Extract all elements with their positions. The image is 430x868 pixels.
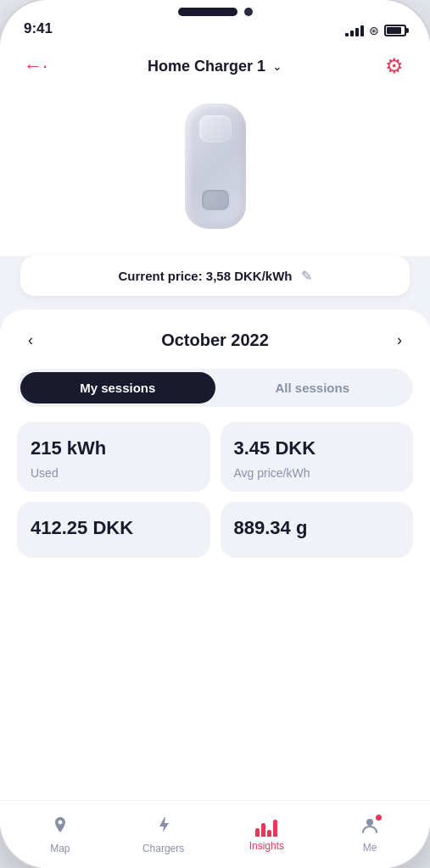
stat-card-total-cost: 412.25 DKK [17, 502, 210, 558]
price-text: Current price: 3,58 DKK/kWh [118, 269, 292, 283]
price-bar: Current price: 3,58 DKK/kWh ✎ [20, 256, 410, 296]
month-label: October 2022 [161, 331, 269, 350]
nav-label-me: Me [363, 842, 377, 854]
stat-label-avg-price: Avg price/kWh [234, 466, 400, 480]
nav-label-map: Map [50, 843, 70, 854]
back-arrow-icon: ←· [24, 55, 47, 77]
svg-point-0 [366, 819, 373, 826]
nav-item-chargers[interactable]: Chargers [138, 815, 189, 854]
notch-pill [178, 8, 237, 16]
gear-icon: ⚙ [385, 54, 404, 78]
insights-icon [255, 818, 277, 837]
next-month-button[interactable]: › [386, 326, 413, 353]
signal-icon [345, 25, 364, 36]
stat-value-avg-price: 3.45 DKK [234, 437, 400, 459]
charger-title-area[interactable]: Home Charger 1 ⌄ [148, 58, 282, 75]
prev-month-button[interactable]: ‹ [17, 326, 44, 353]
app-header: ←· Home Charger 1 ⌄ ⚙ [0, 42, 430, 95]
all-sessions-tab[interactable]: All sessions [215, 372, 410, 403]
nav-label-insights: Insights [249, 840, 284, 852]
my-sessions-tab[interactable]: My sessions [20, 372, 215, 403]
me-dot-badge [376, 815, 382, 821]
charger-device-image [181, 103, 249, 239]
battery-icon [384, 25, 406, 36]
chargers-icon [154, 815, 173, 839]
nav-item-me[interactable]: Me [344, 816, 395, 854]
me-icon-wrap [360, 816, 379, 838]
charger-image-area [0, 95, 430, 256]
nav-item-insights[interactable]: Insights [241, 818, 292, 852]
stat-value-co2: 889.34 g [234, 517, 400, 539]
status-time: 9:41 [24, 20, 53, 37]
charger-title: Home Charger 1 [148, 58, 265, 75]
bottom-nav: Map Chargers Insights [0, 800, 430, 868]
chevron-down-icon: ⌄ [272, 59, 282, 73]
main-card: ‹ October 2022 › My sessions All session… [0, 309, 430, 800]
stat-card-co2: 889.34 g [221, 502, 414, 558]
nav-label-chargers: Chargers [142, 843, 184, 854]
wifi-icon: ⊛ [369, 24, 379, 37]
status-icons: ⊛ [345, 24, 406, 37]
app-content: ←· Home Charger 1 ⌄ ⚙ Current price: 3,5… [0, 42, 430, 800]
notch-camera [244, 8, 253, 16]
settings-button[interactable]: ⚙ [379, 51, 410, 81]
back-button[interactable]: ←· [20, 51, 51, 81]
stats-grid: 215 kWh Used 3.45 DKK Avg price/kWh 412.… [17, 422, 413, 558]
month-nav: ‹ October 2022 › [17, 326, 413, 353]
stat-card-avg-price: 3.45 DKK Avg price/kWh [221, 422, 414, 492]
nav-item-map[interactable]: Map [35, 815, 86, 854]
stat-label-kwh: Used [31, 466, 197, 480]
stat-card-kwh: 215 kWh Used [17, 422, 210, 492]
stat-value-kwh: 215 kWh [31, 437, 197, 459]
edit-icon[interactable]: ✎ [301, 268, 312, 284]
stat-value-total-cost: 412.25 DKK [31, 517, 197, 539]
map-icon [51, 815, 70, 839]
session-tabs: My sessions All sessions [17, 369, 413, 407]
notch [148, 0, 283, 24]
phone-frame: 9:41 ⊛ ←· Home Charger 1 ⌄ [0, 0, 430, 868]
